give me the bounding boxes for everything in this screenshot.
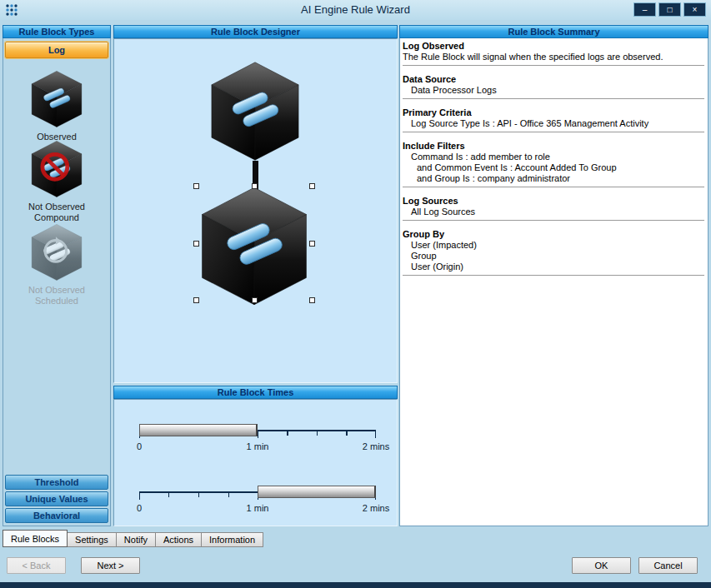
time-slider-2: 0 1 min 2 mins (139, 480, 376, 518)
summary-section-title: Log Sources (403, 196, 704, 207)
summary-divider (403, 132, 704, 132)
footer-button-row: < Back Next > OK Cancel (0, 555, 711, 578)
log-category-button[interactable]: Log (5, 42, 108, 58)
summary-divider (403, 220, 704, 221)
summary-line: User (Impacted) (403, 240, 704, 251)
summary-line: Group (403, 251, 704, 262)
minimize-button[interactable]: – (633, 2, 656, 17)
rule-block-summary-panel: Rule Block Summary Log Observed The Rule… (399, 25, 708, 526)
title-bar[interactable]: AI Engine Rule Wizard – □ × (0, 0, 711, 20)
summary-line: User (Origin) (403, 262, 704, 272)
rule-block-times-header: Rule Block Times (113, 386, 398, 399)
summary-section-log-sources: Log Sources All Log Sources (403, 196, 704, 221)
designer-column: Rule Block Designer Rule Block Times (113, 25, 398, 526)
slider-range-bar[interactable] (258, 486, 376, 498)
slider-tick-label: 2 mins (363, 503, 389, 513)
selected-block[interactable] (196, 186, 313, 301)
behavioral-category-button[interactable]: Behavioral (5, 508, 108, 523)
slider-tick-label: 2 mins (363, 441, 389, 451)
summary-section-group-by: Group By User (Impacted) Group User (Ori… (403, 229, 704, 276)
type-not-observed-scheduled-label: Not Observed Scheduled (3, 285, 110, 306)
rule-block-designer-header: Rule Block Designer (113, 25, 398, 38)
selection-handle[interactable] (309, 241, 315, 247)
summary-section-title: Primary Criteria (403, 107, 704, 118)
close-button[interactable]: × (683, 2, 706, 17)
summary-section-data-source: Data Source Data Processor Logs (403, 74, 704, 99)
designer-selected-block-icon[interactable] (198, 186, 310, 306)
selection-handle[interactable] (193, 241, 199, 247)
summary-line: Data Processor Logs (403, 85, 704, 96)
tab-actions[interactable]: Actions (155, 532, 202, 547)
tab-bar: Rule Blocks Settings Notify Actions Info… (3, 530, 263, 548)
type-not-observed-scheduled: Not Observed Scheduled (3, 223, 110, 306)
selection-handle[interactable] (193, 183, 199, 189)
cube-not-observed-compound-icon (30, 140, 83, 198)
tab-information[interactable]: Information (201, 532, 263, 547)
summary-section-title: Data Source (403, 74, 704, 85)
summary-line: All Log Sources (403, 207, 704, 217)
tab-notify[interactable]: Notify (116, 532, 156, 547)
tab-rule-blocks[interactable]: Rule Blocks (3, 530, 68, 547)
tab-settings[interactable]: Settings (67, 532, 117, 547)
rule-block-designer-canvas[interactable] (113, 38, 398, 383)
slider-tick-label: 1 min (247, 503, 269, 513)
summary-section-primary-criteria: Primary Criteria Log Source Type Is : AP… (403, 107, 704, 132)
next-button[interactable]: Next > (81, 557, 140, 574)
summary-line: Log Source Type Is : API - Office 365 Ma… (403, 118, 704, 129)
summary-line: and Group Is : company administrator (403, 173, 704, 184)
slider-tick-label: 0 (137, 503, 142, 513)
rule-block-summary-body: Log Observed The Rule Block will signal … (399, 38, 708, 526)
summary-section-title: Include Filters (403, 141, 704, 152)
time-slider-1: 0 1 min 2 mins (139, 418, 376, 456)
maximize-button[interactable]: □ (658, 2, 681, 17)
summary-section-include-filters: Include Filters Command Is : add member … (403, 141, 704, 187)
cancel-button[interactable]: Cancel (638, 557, 698, 574)
slider-tick-label: 0 (137, 441, 142, 451)
type-not-observed-compound[interactable]: Not Observed Compound (3, 140, 110, 223)
rule-block-types-body: Log Observed Not Observed Compound (3, 38, 111, 526)
window-bottom-edge (0, 582, 711, 588)
summary-divider (403, 187, 704, 187)
rule-block-summary-header: Rule Block Summary (399, 25, 708, 38)
threshold-category-button[interactable]: Threshold (5, 475, 108, 490)
summary-divider (403, 98, 704, 99)
designer-block-icon[interactable] (208, 61, 302, 162)
window-controls: – □ × (633, 2, 706, 17)
summary-divider (403, 275, 704, 276)
ok-button[interactable]: OK (572, 557, 631, 574)
slider-range-bar[interactable] (139, 424, 258, 436)
summary-section-log-observed: Log Observed The Rule Block will signal … (403, 41, 704, 66)
summary-divider (403, 65, 704, 66)
summary-line: Command Is : add member to role (403, 152, 704, 162)
summary-line: and Common Event Is : Account Added To G… (403, 162, 704, 173)
summary-section-title: Log Observed (403, 41, 704, 52)
selection-handle[interactable] (309, 297, 315, 303)
window-title: AI Engine Rule Wizard (0, 3, 711, 16)
selection-handle[interactable] (193, 297, 199, 303)
rule-block-times-canvas: 0 1 min 2 mins 0 1 min 2 mins (113, 399, 398, 526)
rule-block-types-header: Rule Block Types (3, 25, 111, 38)
selection-handle[interactable] (252, 183, 258, 189)
cube-observed-icon (30, 70, 83, 128)
cube-not-observed-scheduled-icon (30, 223, 83, 282)
unique-values-category-button[interactable]: Unique Values (5, 491, 108, 506)
slider-tick-label: 1 min (247, 441, 269, 451)
type-not-observed-compound-label: Not Observed Compound (3, 202, 110, 223)
rule-block-types-panel: Rule Block Types Log Observed Not Observ… (3, 25, 111, 526)
selection-handle[interactable] (252, 297, 258, 303)
summary-line: The Rule Block will signal when the spec… (403, 52, 704, 62)
back-button[interactable]: < Back (7, 557, 66, 574)
summary-section-title: Group By (403, 229, 704, 240)
type-observed[interactable]: Observed (3, 70, 110, 142)
selection-handle[interactable] (309, 183, 315, 189)
